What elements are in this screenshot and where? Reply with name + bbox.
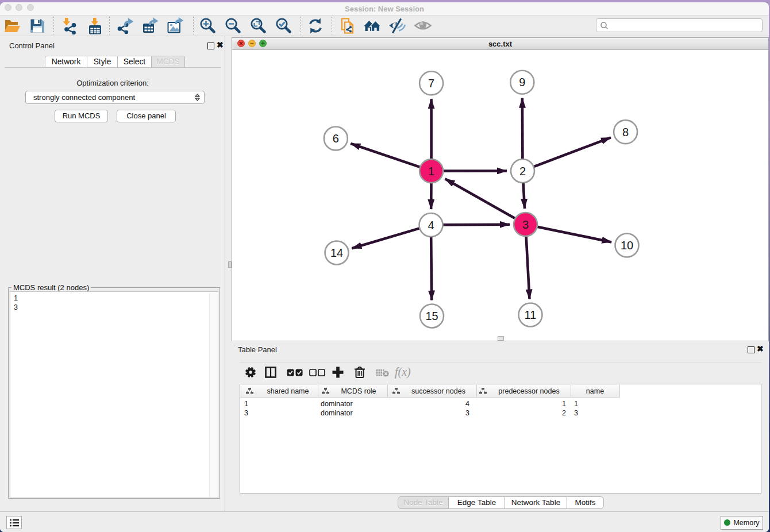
svg-text:4: 4 (428, 219, 434, 232)
svg-text:11: 11 (525, 309, 537, 321)
svg-text:1: 1 (428, 165, 434, 178)
svg-text:6: 6 (333, 132, 339, 145)
svg-text:3: 3 (522, 218, 529, 231)
svg-text:2: 2 (519, 165, 526, 178)
svg-text:8: 8 (622, 126, 629, 138)
svg-text:7: 7 (428, 77, 434, 90)
svg-text:9: 9 (519, 76, 525, 88)
svg-text:14: 14 (330, 246, 343, 259)
svg-text:10: 10 (621, 239, 633, 252)
svg-text:15: 15 (425, 310, 438, 322)
